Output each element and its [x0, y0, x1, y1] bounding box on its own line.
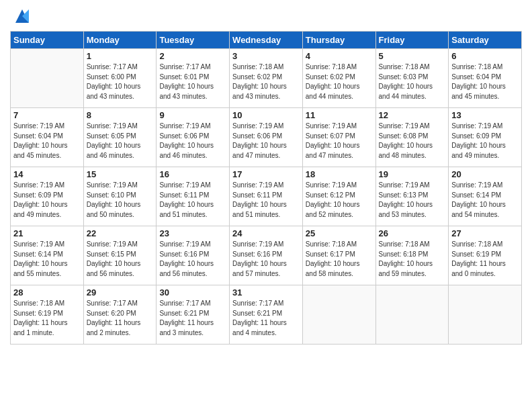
calendar-week-row: 14Sunrise: 7:19 AMSunset: 6:09 PMDayligh…: [11, 167, 522, 226]
day-number: 2: [159, 51, 226, 61]
calendar-cell: 23Sunrise: 7:19 AMSunset: 6:16 PMDayligh…: [157, 226, 230, 285]
day-info: Sunrise: 7:19 AMSunset: 6:06 PMDaylight:…: [232, 122, 300, 161]
calendar-cell: 7Sunrise: 7:19 AMSunset: 6:04 PMDaylight…: [11, 108, 84, 167]
day-info: Sunrise: 7:18 AMSunset: 6:18 PMDaylight:…: [379, 240, 446, 279]
day-number: 3: [232, 51, 300, 61]
day-info: Sunrise: 7:19 AMSunset: 6:07 PMDaylight:…: [306, 122, 373, 161]
day-number: 4: [306, 51, 373, 61]
day-info: Sunrise: 7:19 AMSunset: 6:10 PMDaylight:…: [87, 181, 154, 220]
day-info: Sunrise: 7:19 AMSunset: 6:12 PMDaylight:…: [306, 181, 373, 220]
calendar-cell: 12Sunrise: 7:19 AMSunset: 6:08 PMDayligh…: [375, 108, 449, 167]
header-sunday: Sunday: [11, 32, 84, 49]
header-saturday: Saturday: [449, 32, 522, 49]
day-number: 18: [306, 169, 373, 179]
calendar-cell: 6Sunrise: 7:18 AMSunset: 6:04 PMDaylight…: [449, 49, 522, 108]
calendar-cell: 25Sunrise: 7:18 AMSunset: 6:17 PMDayligh…: [302, 226, 375, 285]
calendar-cell: [375, 285, 449, 345]
day-number: 31: [232, 287, 300, 298]
calendar-cell: 3Sunrise: 7:18 AMSunset: 6:02 PMDaylight…: [230, 49, 303, 108]
page: Sunday Monday Tuesday Wednesday Thursday…: [0, 0, 532, 411]
calendar-cell: 9Sunrise: 7:19 AMSunset: 6:06 PMDaylight…: [157, 108, 230, 167]
calendar-cell: 13Sunrise: 7:19 AMSunset: 6:09 PMDayligh…: [449, 108, 522, 167]
day-number: 15: [87, 169, 154, 179]
logo-icon: [13, 7, 32, 26]
day-info: Sunrise: 7:18 AMSunset: 6:03 PMDaylight:…: [379, 62, 446, 101]
day-number: 6: [451, 51, 519, 61]
logo: [10, 7, 32, 26]
calendar-cell: 19Sunrise: 7:19 AMSunset: 6:13 PMDayligh…: [375, 167, 449, 226]
calendar-week-row: 7Sunrise: 7:19 AMSunset: 6:04 PMDaylight…: [11, 108, 522, 167]
day-info: Sunrise: 7:17 AMSunset: 6:01 PMDaylight:…: [159, 62, 226, 101]
calendar-cell: [11, 49, 84, 108]
day-number: 9: [159, 110, 226, 120]
day-number: 22: [87, 228, 154, 238]
calendar-cell: 14Sunrise: 7:19 AMSunset: 6:09 PMDayligh…: [11, 167, 84, 226]
calendar-week-row: 21Sunrise: 7:19 AMSunset: 6:14 PMDayligh…: [11, 226, 522, 285]
day-number: 17: [232, 169, 300, 179]
day-info: Sunrise: 7:19 AMSunset: 6:13 PMDaylight:…: [379, 181, 446, 220]
day-number: 20: [451, 169, 519, 179]
day-number: 13: [451, 110, 519, 120]
day-number: 11: [306, 110, 373, 120]
calendar-week-row: 1Sunrise: 7:17 AMSunset: 6:00 PMDaylight…: [11, 49, 522, 108]
calendar-cell: 28Sunrise: 7:18 AMSunset: 6:19 PMDayligh…: [11, 285, 84, 345]
day-number: 10: [232, 110, 300, 120]
calendar-cell: 2Sunrise: 7:17 AMSunset: 6:01 PMDaylight…: [157, 49, 230, 108]
day-info: Sunrise: 7:19 AMSunset: 6:09 PMDaylight:…: [13, 181, 81, 220]
day-info: Sunrise: 7:19 AMSunset: 6:11 PMDaylight:…: [232, 181, 300, 220]
calendar-cell: 15Sunrise: 7:19 AMSunset: 6:10 PMDayligh…: [83, 167, 157, 226]
calendar-cell: 10Sunrise: 7:19 AMSunset: 6:06 PMDayligh…: [230, 108, 303, 167]
day-info: Sunrise: 7:19 AMSunset: 6:15 PMDaylight:…: [87, 240, 154, 279]
calendar-cell: 29Sunrise: 7:17 AMSunset: 6:20 PMDayligh…: [83, 285, 157, 345]
header-thursday: Thursday: [302, 32, 375, 49]
day-info: Sunrise: 7:19 AMSunset: 6:14 PMDaylight:…: [451, 181, 519, 220]
calendar-cell: 17Sunrise: 7:19 AMSunset: 6:11 PMDayligh…: [230, 167, 303, 226]
header: [10, 7, 522, 26]
calendar-cell: 1Sunrise: 7:17 AMSunset: 6:00 PMDaylight…: [83, 49, 157, 108]
day-number: 29: [87, 287, 154, 298]
calendar-cell: 5Sunrise: 7:18 AMSunset: 6:03 PMDaylight…: [375, 49, 449, 108]
day-info: Sunrise: 7:18 AMSunset: 6:19 PMDaylight:…: [451, 240, 519, 279]
day-number: 30: [159, 287, 226, 298]
day-number: 12: [379, 110, 446, 120]
calendar-cell: 30Sunrise: 7:17 AMSunset: 6:21 PMDayligh…: [157, 285, 230, 345]
calendar-cell: 11Sunrise: 7:19 AMSunset: 6:07 PMDayligh…: [302, 108, 375, 167]
day-info: Sunrise: 7:18 AMSunset: 6:02 PMDaylight:…: [232, 62, 300, 101]
header-wednesday: Wednesday: [230, 32, 303, 49]
header-tuesday: Tuesday: [157, 32, 230, 49]
day-number: 26: [379, 228, 446, 238]
day-number: 16: [159, 169, 226, 179]
calendar-table: Sunday Monday Tuesday Wednesday Thursday…: [10, 31, 522, 345]
day-number: 28: [13, 287, 81, 298]
calendar-cell: 18Sunrise: 7:19 AMSunset: 6:12 PMDayligh…: [302, 167, 375, 226]
day-number: 24: [232, 228, 300, 238]
calendar-cell: 27Sunrise: 7:18 AMSunset: 6:19 PMDayligh…: [449, 226, 522, 285]
day-number: 25: [306, 228, 373, 238]
header-monday: Monday: [83, 32, 157, 49]
calendar-cell: [302, 285, 375, 345]
day-info: Sunrise: 7:19 AMSunset: 6:08 PMDaylight:…: [379, 122, 446, 161]
day-info: Sunrise: 7:17 AMSunset: 6:00 PMDaylight:…: [87, 62, 154, 101]
calendar-cell: [449, 285, 522, 345]
day-info: Sunrise: 7:18 AMSunset: 6:02 PMDaylight:…: [306, 62, 373, 101]
header-friday: Friday: [375, 32, 449, 49]
calendar-cell: 20Sunrise: 7:19 AMSunset: 6:14 PMDayligh…: [449, 167, 522, 226]
day-info: Sunrise: 7:17 AMSunset: 6:21 PMDaylight:…: [232, 299, 300, 338]
day-number: 7: [13, 110, 81, 120]
day-info: Sunrise: 7:19 AMSunset: 6:16 PMDaylight:…: [232, 240, 300, 279]
day-info: Sunrise: 7:19 AMSunset: 6:04 PMDaylight:…: [13, 122, 81, 161]
calendar-cell: 24Sunrise: 7:19 AMSunset: 6:16 PMDayligh…: [230, 226, 303, 285]
day-number: 8: [87, 110, 154, 120]
day-info: Sunrise: 7:19 AMSunset: 6:09 PMDaylight:…: [451, 122, 519, 161]
day-number: 19: [379, 169, 446, 179]
day-info: Sunrise: 7:19 AMSunset: 6:05 PMDaylight:…: [87, 122, 154, 161]
calendar-cell: 31Sunrise: 7:17 AMSunset: 6:21 PMDayligh…: [230, 285, 303, 345]
day-info: Sunrise: 7:17 AMSunset: 6:21 PMDaylight:…: [159, 299, 226, 338]
day-info: Sunrise: 7:19 AMSunset: 6:06 PMDaylight:…: [159, 122, 226, 161]
day-number: 1: [87, 51, 154, 61]
day-info: Sunrise: 7:19 AMSunset: 6:16 PMDaylight:…: [159, 240, 226, 279]
calendar-cell: 22Sunrise: 7:19 AMSunset: 6:15 PMDayligh…: [83, 226, 157, 285]
day-number: 14: [13, 169, 81, 179]
calendar-cell: 8Sunrise: 7:19 AMSunset: 6:05 PMDaylight…: [83, 108, 157, 167]
day-info: Sunrise: 7:18 AMSunset: 6:19 PMDaylight:…: [13, 299, 81, 338]
